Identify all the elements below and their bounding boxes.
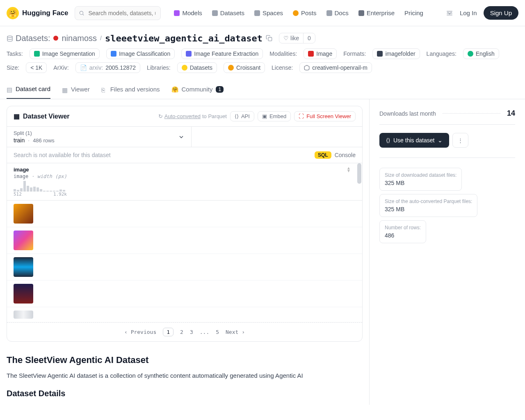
table-row[interactable]	[7, 201, 362, 227]
dataset-viewer-box: ▦ Dataset Viewer ↻ Auto-converted to Par…	[7, 106, 363, 342]
tab-community[interactable]: 🤗 Community 1	[171, 80, 224, 99]
table-body[interactable]	[7, 201, 362, 322]
tab-dataset-card[interactable]: ▤ Dataset card	[7, 80, 50, 99]
page-header: Datasets: ninamoss / sleeetview_agentic_…	[0, 26, 525, 73]
nav-datasets[interactable]: Datasets	[212, 9, 244, 16]
tag-task-classification[interactable]: Image Classification	[106, 48, 175, 59]
readme-intro: The SleetView Agentic AI dataset is a co…	[7, 372, 363, 379]
search-input[interactable]	[75, 6, 161, 20]
like-count: 0	[303, 33, 315, 43]
stat-downloaded-size[interactable]: Size of downloaded dataset files: 325 MB	[379, 168, 462, 191]
code-icon: ⟨⟩	[386, 137, 390, 144]
tags-row-2: Size: < 1K ArXiv: 📄 arxiv:2005.12872 Lib…	[7, 62, 518, 73]
like-button[interactable]: ♡ like	[279, 33, 303, 43]
community-icon: 🤗	[171, 86, 178, 93]
tab-viewer[interactable]: ▦ Viewer	[62, 80, 90, 99]
page-ellipsis: ...	[200, 329, 209, 335]
prev-button[interactable]: ‹ Previous	[124, 329, 156, 335]
more-options-button[interactable]: ⋮	[452, 133, 468, 148]
embed-button[interactable]: ▣ Embed	[258, 111, 291, 121]
nav-pricing[interactable]: Pricing	[404, 9, 423, 16]
sql-console-button[interactable]: SQL Console	[315, 151, 356, 159]
tag-language[interactable]: English	[463, 48, 499, 59]
page-tabs: ▤ Dataset card ▦ Viewer ⎘ Files and vers…	[0, 80, 525, 99]
files-icon: ⎘	[101, 87, 107, 92]
feature-icon	[186, 51, 192, 57]
tag-task-feature[interactable]: Image Feature Extraction	[181, 48, 263, 59]
cube-icon	[174, 10, 180, 16]
left-column: ▦ Dataset Viewer ↻ Auto-converted to Par…	[0, 99, 369, 405]
next-button[interactable]: Next ›	[226, 329, 245, 335]
search-disabled-text: Search is not available for this dataset	[14, 152, 315, 158]
section-label: Datasets:	[16, 34, 50, 43]
nav-spaces[interactable]: Spaces	[254, 9, 283, 16]
owner-link[interactable]: ninamoss	[62, 34, 97, 43]
image-icon	[308, 51, 314, 57]
globe-icon	[468, 51, 473, 57]
brand-logo[interactable]: 🤗 Hugging Face	[7, 7, 68, 19]
page-5[interactable]: 5	[216, 329, 219, 335]
tag-lib-croissant[interactable]: Croissant	[224, 62, 265, 73]
owner-avatar	[53, 36, 58, 41]
histogram-labels: 512 1.92k	[14, 192, 67, 197]
thumbnail	[14, 310, 33, 319]
global-search[interactable]	[75, 6, 161, 20]
page-1[interactable]: 1	[163, 328, 173, 336]
split-dropdown[interactable]: Split (1) train · 486 rows	[7, 127, 192, 147]
languages-label: Languages:	[427, 50, 457, 57]
croissant-icon	[228, 65, 234, 71]
nav-docs[interactable]: Docs	[326, 9, 349, 16]
refresh-icon: ↻	[158, 113, 163, 119]
menu-icon[interactable]	[446, 9, 453, 17]
stat-rows[interactable]: Number of rows: 486	[379, 220, 426, 243]
column-subheader: image · width (px)	[14, 173, 356, 179]
readme-subheading: Dataset Details	[7, 389, 363, 398]
nav-posts[interactable]: Posts	[293, 9, 317, 16]
tag-lib-datasets[interactable]: Datasets	[177, 62, 217, 73]
chevron-down-icon	[178, 134, 185, 140]
tag-modality-image[interactable]: Image	[304, 48, 337, 59]
scrollbar-thumb[interactable]	[357, 163, 361, 184]
use-dataset-button[interactable]: ⟨⟩ Use this dataset ⌄	[379, 133, 449, 148]
api-button[interactable]: ⟨⟩ API	[230, 111, 254, 121]
table-row[interactable]	[7, 307, 362, 322]
viewer-header: ▦ Dataset Viewer ↻ Auto-converted to Par…	[7, 106, 362, 126]
size-label: Size:	[7, 64, 19, 71]
table-row[interactable]	[7, 281, 362, 307]
tag-task-segmentation[interactable]: Image Segmentation	[30, 48, 100, 59]
table-row[interactable]	[7, 227, 362, 254]
thumbnail	[14, 257, 33, 277]
column-header[interactable]: image image · width (px) ▲▼	[7, 163, 362, 201]
stat-parquet-size[interactable]: Size of the auto-converted Parquet files…	[379, 194, 477, 217]
tag-arxiv[interactable]: 📄 arxiv:2005.12872	[75, 62, 140, 73]
page-3[interactable]: 3	[190, 329, 193, 335]
viewer-title: ▦ Dataset Viewer	[14, 112, 70, 120]
divider	[379, 124, 515, 125]
table-row[interactable]	[7, 254, 362, 281]
tag-size[interactable]: < 1K	[26, 62, 47, 73]
fullscreen-button[interactable]: ⛶ Full Screen Viewer	[294, 111, 356, 121]
nav-models[interactable]: Models	[174, 9, 202, 16]
page-2[interactable]: 2	[180, 329, 183, 335]
segment-icon	[34, 51, 40, 57]
license-label: License:	[272, 64, 293, 71]
expand-icon: ⛶	[299, 113, 304, 119]
tag-license[interactable]: creativeml-openrail-m	[299, 62, 372, 73]
tasks-label: Tasks:	[7, 50, 23, 57]
community-badge: 1	[216, 86, 224, 93]
grid-icon: ▦	[14, 112, 20, 120]
sort-icon[interactable]: ▲▼	[347, 167, 351, 172]
login-link[interactable]: Log In	[460, 9, 477, 16]
auto-convert-link[interactable]: ↻ Auto-converted to Parquet	[158, 113, 227, 119]
classify-icon	[111, 51, 116, 57]
tag-format[interactable]: imagefolder	[372, 48, 420, 59]
stat-boxes: Size of downloaded dataset files: 325 MB…	[379, 168, 515, 243]
grid-icon	[254, 10, 260, 16]
heart-icon: ♡	[283, 35, 289, 41]
nav-enterprise[interactable]: Enterprise	[358, 9, 395, 16]
tab-files[interactable]: ⎘ Files and versions	[101, 80, 160, 99]
license-icon	[304, 65, 310, 71]
copy-icon[interactable]	[266, 35, 272, 41]
database-icon	[7, 35, 12, 41]
signup-button[interactable]: Sign Up	[484, 6, 518, 20]
